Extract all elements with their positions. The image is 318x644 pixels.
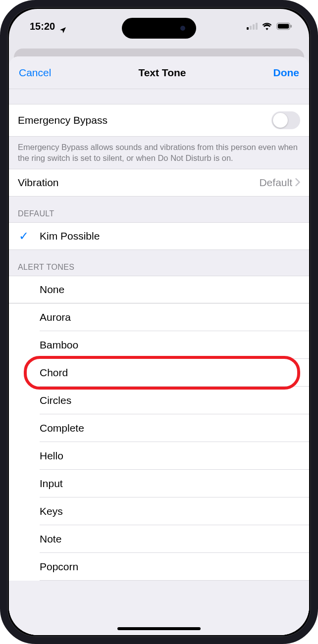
settings-content[interactable]: Emergency Bypass Emergency Bypass allows… — [9, 89, 309, 635]
alert-tone-row[interactable]: Aurora — [9, 303, 309, 331]
nav-bar: Cancel Text Tone Done — [9, 56, 309, 89]
phone-frame: 15:20 Cancel Text Tone — [0, 0, 318, 644]
battery-icon — [276, 22, 292, 30]
svg-rect-1 — [278, 24, 289, 28]
phone-screen: 15:20 Cancel Text Tone — [9, 9, 309, 635]
emergency-bypass-row[interactable]: Emergency Bypass — [9, 104, 309, 137]
alert-tone-label: Complete — [40, 422, 84, 434]
home-indicator[interactable] — [117, 627, 201, 630]
checkmark-icon: ✓ — [19, 229, 29, 243]
vibration-value: Default — [259, 177, 292, 189]
alert-tones-section-header: ALERT TONES — [9, 250, 309, 276]
cellular-signal-icon — [247, 23, 258, 30]
alert-tone-row[interactable]: None — [9, 276, 309, 303]
default-section-header: DEFAULT — [9, 197, 309, 222]
alert-tone-row[interactable]: Hello — [9, 442, 309, 470]
cancel-button[interactable]: Cancel — [19, 67, 51, 79]
emergency-bypass-label: Emergency Bypass — [18, 114, 107, 126]
text-tone-sheet: Cancel Text Tone Done Emergency Bypass E… — [9, 56, 309, 635]
emergency-bypass-footer: Emergency Bypass allows sounds and vibra… — [9, 137, 309, 166]
svg-rect-2 — [290, 25, 292, 28]
alert-tone-label: Hello — [40, 450, 63, 462]
done-button[interactable]: Done — [273, 67, 300, 79]
alert-tone-label: Input — [40, 478, 63, 490]
vibration-label: Vibration — [18, 177, 59, 189]
vibration-row[interactable]: Vibration Default — [9, 169, 309, 197]
alert-tone-row[interactable]: Input — [9, 470, 309, 497]
page-title: Text Tone — [138, 67, 186, 79]
alert-tone-label: Aurora — [40, 311, 71, 323]
status-time: 15:20 — [30, 21, 55, 32]
emergency-bypass-toggle[interactable] — [271, 111, 300, 129]
chevron-right-icon — [295, 177, 300, 189]
alert-tone-row[interactable]: Popcorn — [9, 553, 309, 581]
alert-tone-label: Popcorn — [40, 561, 78, 573]
default-tone-row[interactable]: ✓ Kim Possible — [9, 222, 309, 250]
dynamic-island — [122, 18, 196, 39]
alert-tone-row[interactable]: Circles — [9, 387, 309, 414]
alert-tone-label: Keys — [40, 505, 63, 517]
alert-tones-list: NoneAuroraBambooChordCirclesCompleteHell… — [9, 276, 309, 581]
alert-tone-row[interactable]: Keys — [9, 497, 309, 525]
default-tone-label: Kim Possible — [40, 230, 100, 242]
alert-tone-label: Chord — [40, 367, 68, 379]
alert-tone-label: Circles — [40, 395, 71, 406]
alert-tone-label: Bamboo — [40, 339, 78, 351]
alert-tone-row[interactable]: Note — [9, 525, 309, 553]
alert-tone-label: None — [40, 284, 64, 296]
alert-tone-row[interactable]: Complete — [9, 414, 309, 442]
alert-tone-label: Note — [40, 533, 61, 545]
wifi-icon — [262, 22, 272, 30]
alert-tone-row[interactable]: Chord — [9, 359, 309, 387]
alert-tone-row[interactable]: Bamboo — [9, 331, 309, 359]
